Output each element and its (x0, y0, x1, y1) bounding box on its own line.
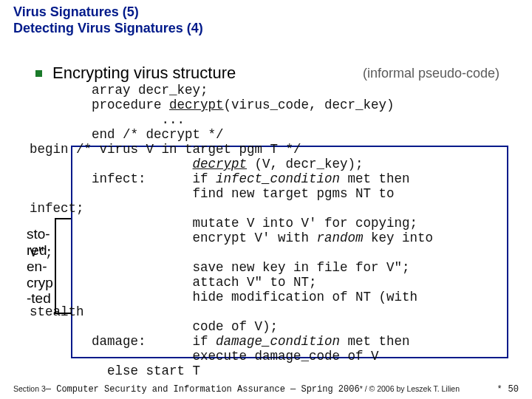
connector-top (55, 218, 71, 219)
heading-note: (informal pseudo-code) (363, 66, 508, 81)
code-l20: else start T (30, 364, 200, 378)
code-l19: execute damage_code of V (30, 349, 379, 364)
code-l6b: decrypt (193, 157, 248, 171)
slide-title: Virus Signatures (5) Detecting Virus Sig… (13, 4, 203, 36)
code-l17: code of V); (30, 319, 278, 334)
title-line-2: Detecting Virus Signatures (4) (13, 21, 203, 37)
footer-copyright: * / © 2006 by Leszek T. Lilien (360, 384, 460, 393)
code-l2a: procedure (30, 98, 169, 112)
code-l8: find new target pgms NT to (30, 186, 395, 201)
footer-section: Section 3 (13, 384, 46, 393)
side-label: sto-reden-cryp-ted (27, 226, 62, 307)
code-l1: array decr_key; (30, 83, 208, 98)
code-l11b: random (317, 231, 364, 245)
footer-pageno: 50 (508, 384, 519, 395)
footer-course: — Computer Security and Information Assu… (46, 384, 360, 395)
code-l3: ... (30, 112, 185, 127)
footer-star: * (497, 384, 502, 395)
title-line-1: Virus Signatures (5) (13, 4, 203, 21)
code-l14: attach V" to NT; (30, 275, 317, 290)
code-l2b: decrypt (169, 98, 224, 112)
code-l10: mutate V into V' for copying; (30, 216, 417, 231)
code-l2c: (virus_code, decr_key) (224, 98, 395, 112)
code-l9: infect; (30, 201, 84, 216)
code-l18a: damage: if (30, 334, 216, 349)
heading-text: Encrypting virus structure (52, 64, 236, 83)
code-l18c: met then (340, 334, 410, 349)
code-l11c: key into (364, 231, 434, 245)
code-l13: save new key in file for V"; (30, 260, 410, 275)
bullet-icon (35, 70, 42, 77)
code-l7c: met then (340, 171, 410, 186)
code-l6c: (V, decr_key); (247, 157, 364, 171)
heading-row: Encrypting virus structure (informal pse… (35, 64, 508, 83)
code-l4: end /* decrypt */ (30, 127, 224, 142)
code-l11a: encrypt V' with (30, 231, 317, 245)
code-l7b: infect_condition (216, 171, 340, 186)
code-l5: begin /* virus V in target pgm T */ (30, 142, 301, 157)
pseudocode: array decr_key; procedure decrypt(virus_… (30, 83, 433, 378)
footer: Section 3 — Computer Security and Inform… (13, 384, 519, 395)
connector-bottom (55, 313, 71, 314)
code-l7a: infect: if (30, 171, 216, 186)
code-l15: hide modification of NT (with (30, 290, 417, 304)
code-l18b: damage_condition (216, 334, 340, 349)
code-l6a (30, 157, 193, 171)
